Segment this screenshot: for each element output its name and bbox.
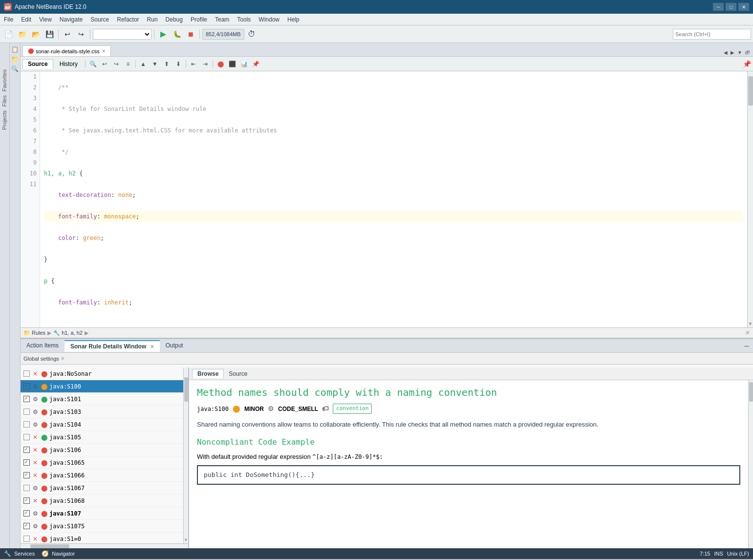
tab-history[interactable]: History	[54, 59, 83, 69]
menu-help[interactable]: Help	[283, 15, 303, 24]
tab-prev[interactable]: ◀	[723, 49, 729, 56]
global-settings-tab[interactable]: Global settings ✕	[23, 356, 65, 362]
tab-next[interactable]: ▶	[730, 49, 735, 56]
editor-btn-2[interactable]: ↩	[99, 59, 110, 69]
tab-restore[interactable]: 🗗	[744, 49, 751, 56]
rule-checkbox-s105[interactable]	[23, 434, 30, 440]
rule-checkbox-s101[interactable]	[23, 396, 30, 402]
profiler-button[interactable]: ⏱	[245, 28, 258, 41]
rule-item-s100[interactable]: ⚙ ⬤ java:S100	[21, 380, 183, 393]
tab-source[interactable]: Source	[22, 59, 53, 69]
editor-stop-btn[interactable]: ⬤	[215, 59, 226, 69]
detail-tab-source[interactable]: Source	[224, 369, 252, 378]
list-scroll-thumb[interactable]	[184, 377, 188, 402]
menu-navigate[interactable]: Navigate	[56, 15, 86, 24]
menu-team[interactable]: Team	[211, 15, 233, 24]
breadcrumb-close[interactable]: ✕	[745, 329, 750, 336]
minimize-button[interactable]: ─	[713, 3, 724, 11]
rule-checkbox-s1067[interactable]	[23, 485, 30, 491]
rule-item-s107[interactable]: ⚙ ⬤ java:S107	[21, 507, 183, 520]
rule-item-s106[interactable]: ✕ ⬤ java:S106	[21, 444, 183, 456]
files-label[interactable]: Files	[0, 93, 9, 108]
memory-indicator[interactable]: 852,4/1084MB	[202, 29, 244, 40]
tab-dropdown[interactable]: ▼	[736, 49, 743, 56]
editor-btn-5[interactable]: ▲	[138, 59, 149, 69]
rule-item-s1075[interactable]: ⚙ ⬤ java:S1075	[21, 520, 183, 533]
list-h-scroll-thumb[interactable]	[30, 544, 69, 548]
rule-checkbox-s104[interactable]	[23, 421, 30, 428]
stop-button[interactable]: ⏹	[184, 28, 197, 41]
rule-checkbox-s107[interactable]	[23, 510, 30, 517]
rule-item-s105[interactable]: ✕ ⬤ java:S105	[21, 431, 183, 444]
rule-item-s1068[interactable]: ✕ ⬤ java:S1068	[21, 495, 183, 507]
maximize-button[interactable]: □	[726, 3, 736, 11]
editor-pin-btn[interactable]: 📌	[250, 59, 261, 69]
list-scroll-down-arrow[interactable]: ▼	[184, 538, 188, 542]
favorites-label[interactable]: Favorites	[0, 67, 9, 93]
rule-item-s103[interactable]: ⚙ ⬤ java:S103	[21, 406, 183, 418]
tab-action-items[interactable]: Action Items	[21, 340, 65, 352]
sidebar-icon-1[interactable]: 📋	[11, 45, 20, 54]
editor-pin-icon[interactable]: 📌	[743, 60, 751, 68]
breadcrumb-item-1[interactable]: 📁 Rules	[23, 330, 45, 336]
file-tab-css[interactable]: 🔴 sonar-rule-details-style.css ✕	[22, 45, 111, 56]
tab-output[interactable]: Output	[160, 340, 189, 352]
run-button[interactable]: ▶	[157, 28, 170, 41]
save-button[interactable]: 💾	[43, 28, 56, 41]
rule-item-s104[interactable]: ⚙ ⬤ java:S104	[21, 418, 183, 431]
breadcrumb-item-2[interactable]: 🔧 h1, a, h2	[53, 330, 83, 336]
editor-btn-7[interactable]: ⬆	[161, 59, 172, 69]
menu-source[interactable]: Source	[86, 15, 113, 24]
redo-button[interactable]: ↪	[75, 28, 87, 41]
sidebar-icon-2[interactable]: 📁	[11, 55, 20, 64]
list-horizontal-scrollbar[interactable]	[21, 543, 188, 548]
rule-checkbox-nosonar[interactable]	[23, 370, 30, 377]
rule-checkbox-s1x0[interactable]	[23, 536, 30, 542]
menu-tools[interactable]: Tools	[233, 15, 255, 24]
debug-button[interactable]: 🐛	[171, 28, 183, 41]
rule-item-s1x0[interactable]: ✕ ⬤ java:S1∞0	[21, 533, 183, 543]
bottom-minimize-button[interactable]: ─	[743, 341, 750, 351]
rule-checkbox-s1065[interactable]	[23, 459, 30, 466]
toolbar-combo[interactable]	[93, 29, 151, 40]
rule-checkbox-s1068[interactable]	[23, 497, 30, 504]
open-project-button[interactable]: 📁	[16, 28, 28, 41]
editor-chart-btn[interactable]: 📊	[238, 59, 249, 69]
tab-sonar-rule-details[interactable]: Sonar Rule Details Window ✕	[65, 340, 160, 352]
rule-item-s1065[interactable]: ✕ ⬤ java:S1065	[21, 456, 183, 469]
editor-btn-4[interactable]: ≡	[123, 59, 133, 69]
code-scroll-thumb[interactable]	[748, 76, 753, 106]
menu-file[interactable]: File	[0, 15, 17, 24]
menu-profile[interactable]: Profile	[187, 15, 211, 24]
rule-checkbox-s1075[interactable]	[23, 523, 30, 529]
new-file-button[interactable]: 📄	[2, 28, 15, 41]
sidebar-icon-3[interactable]: 🔍	[11, 65, 20, 73]
code-area[interactable]: /** * Style for SonarLint Details window…	[40, 71, 747, 327]
menu-refactor[interactable]: Refactor	[113, 15, 143, 24]
rule-checkbox-s1066[interactable]	[23, 472, 30, 478]
menu-view[interactable]: View	[35, 15, 56, 24]
projects-label[interactable]: Projects	[0, 108, 9, 132]
tag-text[interactable]: convention	[333, 404, 372, 414]
close-button[interactable]: ✕	[738, 3, 749, 11]
scroll-arrow-down[interactable]: ▼	[748, 321, 753, 326]
editor-btn-1[interactable]: 🔍	[87, 59, 98, 69]
menu-edit[interactable]: Edit	[17, 15, 35, 24]
tab-sonar-close-icon[interactable]: ✕	[150, 344, 154, 349]
editor-btn-9[interactable]: ⇤	[188, 59, 199, 69]
rule-item-nosonar[interactable]: ✕ ⬤ java:NoSonar	[21, 367, 183, 380]
editor-btn-10[interactable]: ⇥	[200, 59, 211, 69]
editor-square-btn[interactable]: ⬛	[227, 59, 237, 69]
editor-btn-3[interactable]: ↪	[111, 59, 122, 69]
menu-window[interactable]: Window	[255, 15, 283, 24]
rule-item-s1066[interactable]: ✕ ⬤ java:S1066	[21, 469, 183, 482]
code-vertical-scrollbar[interactable]: ▼	[747, 71, 753, 327]
rule-item-s1067[interactable]: ⚙ ⬤ java:S1067	[21, 482, 183, 495]
navigator-label[interactable]: Navigator	[52, 551, 75, 557]
detail-scroll-thumb[interactable]	[749, 382, 753, 402]
rule-item-s101[interactable]: ⚙ ⬤ java:S101	[21, 393, 183, 406]
menu-run[interactable]: Run	[143, 15, 162, 24]
detail-vertical-scrollbar[interactable]	[748, 380, 753, 548]
detail-tab-browse[interactable]: Browse	[192, 369, 224, 378]
list-vertical-scrollbar[interactable]: ▼	[183, 367, 188, 543]
